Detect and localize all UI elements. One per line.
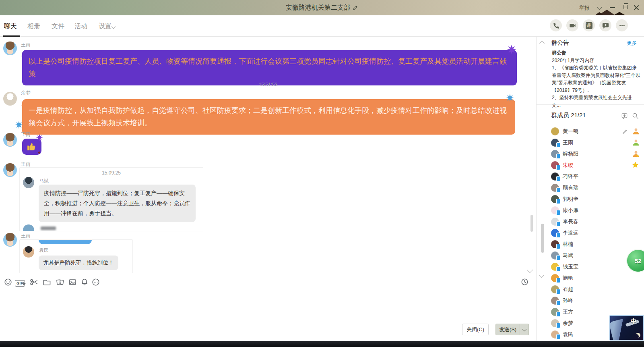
thumbs-up-icon <box>27 141 37 152</box>
report-link[interactable]: 举报 <box>579 4 590 12</box>
member-row[interactable]: 顾有瑞 <box>537 182 644 193</box>
member-name: 顾有瑞 <box>563 184 578 191</box>
member-row[interactable]: 刁锋平 <box>537 171 644 182</box>
member-name: 林楠 <box>563 241 573 248</box>
clipped-blue-bubble <box>39 240 92 244</box>
member-row[interactable]: 解杨阳 <box>537 148 644 160</box>
tab-files[interactable]: 文件 <box>52 22 64 31</box>
member-role-icon <box>632 139 640 146</box>
member-avatar <box>551 263 559 271</box>
send-options-dropdown[interactable] <box>520 324 529 335</box>
message-history-clock-button[interactable] <box>521 278 528 287</box>
class-button[interactable]: 课 <box>583 19 595 31</box>
member-name: 施艳 <box>563 274 573 282</box>
chat-scrollbar[interactable] <box>530 215 533 232</box>
restore-button[interactable] <box>623 5 627 9</box>
sparkle-decoration-icon <box>506 94 514 102</box>
time-divider: 15:51:53 <box>0 82 536 87</box>
member-row[interactable]: 施艳 <box>537 272 644 284</box>
member-avatar <box>551 330 559 339</box>
sidebar-divider <box>537 104 644 105</box>
new-chat-button[interactable] <box>599 19 611 31</box>
member-name: 王方 <box>563 308 573 316</box>
avatar[interactable] <box>3 92 17 106</box>
announcement-more-link[interactable]: 更多 <box>627 40 637 47</box>
chevron-down-icon <box>522 326 526 331</box>
mini-video-thumbnail[interactable]: 中 <box>609 315 644 341</box>
sparkle-decoration-icon <box>14 121 23 129</box>
screenshot-scissors-button[interactable] <box>30 278 38 288</box>
gif-hot-pics-button[interactable]: GIF <box>15 280 25 287</box>
member-row[interactable]: 康小厚 <box>537 205 644 216</box>
minimize-button[interactable] <box>610 7 615 8</box>
sender-name: 王雨 <box>21 233 31 239</box>
member-row[interactable]: 王雨 <box>537 137 644 148</box>
quoted-time: 15:09:25 <box>20 170 203 176</box>
send-button[interactable]: 发送(S) <box>495 324 520 335</box>
avatar[interactable] <box>3 133 17 147</box>
more-tools-button[interactable] <box>92 278 100 288</box>
settings-chevron-down-icon[interactable] <box>111 24 116 29</box>
more-actions-button[interactable] <box>616 19 628 31</box>
member-row[interactable]: 黄一鸣 <box>537 126 644 137</box>
send-file-folder-button[interactable] <box>43 278 51 288</box>
avatar[interactable] <box>3 233 17 247</box>
qq-group-chat-window: 安徽路港机关第二支部 举报 聊天 相册 文件 活动 设置 课 <box>0 0 644 347</box>
member-row[interactable]: 孙峰 <box>537 295 644 306</box>
quoted-avatar[interactable] <box>23 246 34 258</box>
member-name: 解杨阳 <box>563 150 578 158</box>
voice-call-button[interactable] <box>550 19 562 31</box>
tab-activity[interactable]: 活动 <box>74 22 87 31</box>
tab-chat[interactable]: 聊天 <box>4 22 17 31</box>
video-call-button[interactable] <box>566 19 578 31</box>
member-avatar <box>551 297 559 305</box>
quoted-sender-name: 马斌 <box>39 178 49 185</box>
share-apps-button[interactable] <box>56 278 64 288</box>
message-list[interactable]: 王雨 以上是公司疫情防控项目复工复产、人员、物资等情况简要通报，下面进行会议第三… <box>0 37 536 275</box>
scroll-to-bottom-icon[interactable] <box>527 267 533 273</box>
close-chat-button[interactable]: 关闭(C) <box>462 324 489 335</box>
sender-name: 王雨 <box>21 161 31 168</box>
edit-pencil-icon[interactable] <box>622 128 628 134</box>
member-row[interactable]: 石超 <box>537 284 644 295</box>
member-name: 钱玉宝 <box>563 263 578 270</box>
avatar[interactable] <box>3 163 17 177</box>
forwarded-record-card[interactable]: 15:09:25 马斌 疫情防控——严防死守，措施到位；复工复产——确保安全，积… <box>19 167 203 231</box>
sidebar-scrollbar[interactable] <box>541 224 544 253</box>
window-shake-bell-button[interactable] <box>80 278 89 288</box>
message-bubble[interactable]: 以上是公司疫情防控项目复工复产、人员、物资等情况简要通报，下面进行会议第三项党员… <box>22 50 517 85</box>
ellipsis-icon <box>618 22 626 29</box>
search-members-button[interactable] <box>632 112 639 121</box>
member-row[interactable]: 朱缨 <box>537 160 644 171</box>
member-avatar <box>551 274 559 282</box>
announcement-line: 2020年1月学习内容 <box>552 57 640 64</box>
member-row[interactable]: 林楠 <box>537 239 644 250</box>
tab-settings[interactable]: 设置 <box>99 22 111 31</box>
message-bubble[interactable]: 一是疫情防控，从加强自我防护做起，自觉遵守公司、社区防疫要求；二是创新工作模式，… <box>22 99 515 135</box>
avatar[interactable] <box>3 42 17 55</box>
member-avatar <box>551 195 559 203</box>
emoji-button[interactable] <box>4 278 12 288</box>
message-input[interactable] <box>0 289 536 322</box>
send-image-button[interactable] <box>68 278 77 288</box>
close-button[interactable] <box>633 4 639 10</box>
announcement-collapse-icon[interactable] <box>539 41 545 46</box>
member-row[interactable]: 李道远 <box>537 227 644 239</box>
forwarded-record-card[interactable]: 袁民 尤其是严防死守，措施到位！ <box>19 239 133 273</box>
group-owner-icon <box>632 128 640 135</box>
member-row[interactable]: 郭明奎 <box>537 193 644 205</box>
bottom-dark-strip <box>0 341 644 347</box>
member-avatar <box>551 251 559 260</box>
members-header: 群成员 21/21 <box>551 112 586 119</box>
quoted-message-bubble: 疫情防控——严防死守，措施到位；复工复产——确保安全，积极推进；个人防控——注意… <box>39 185 196 222</box>
member-row[interactable]: 李長春 <box>537 216 644 227</box>
quoted-avatar[interactable] <box>23 177 34 188</box>
member-avatar <box>551 218 559 226</box>
tab-album[interactable]: 相册 <box>27 22 40 31</box>
announcement-line: 2、坚持和完善繁荣发展社会主义先进文... <box>552 94 640 109</box>
video-figure <box>609 318 630 341</box>
create-discussion-button[interactable] <box>621 112 628 121</box>
video-overlay-label: 中 <box>631 318 637 325</box>
member-list[interactable]: 黄一鸣 王雨 解杨阳 朱缨 刁锋平 顾有瑞 郭明奎 康小厚 <box>537 126 644 347</box>
edit-title-icon[interactable] <box>353 5 358 10</box>
